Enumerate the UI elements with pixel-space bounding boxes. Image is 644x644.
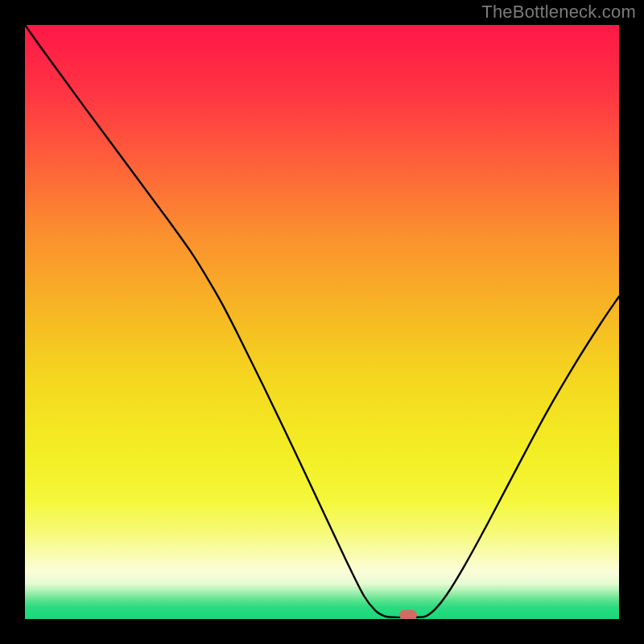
plot-area (25, 25, 619, 619)
chart-frame: TheBottleneck.com (0, 0, 644, 644)
optimum-marker (399, 609, 417, 619)
bottleneck-curve (25, 25, 619, 619)
watermark-text: TheBottleneck.com (481, 2, 636, 23)
